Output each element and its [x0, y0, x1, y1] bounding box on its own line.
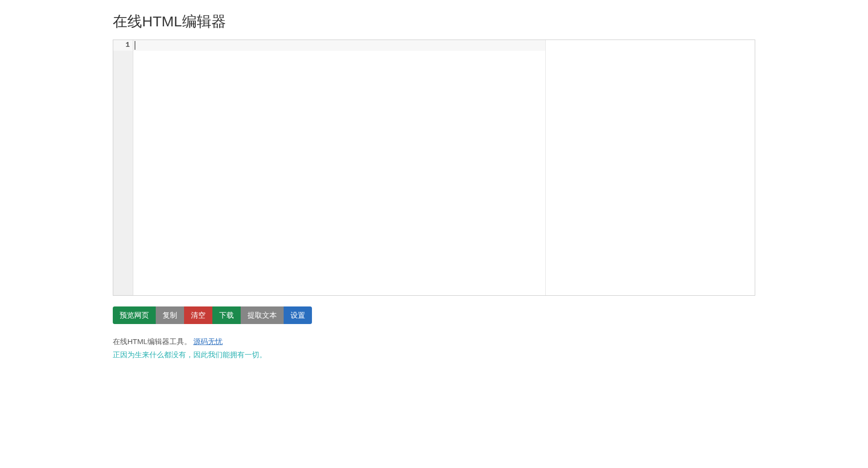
editor-line-1: 1 [113, 40, 545, 51]
download-button[interactable]: 下载 [212, 306, 241, 324]
cursor-icon [135, 41, 135, 50]
code-editor-pane: 1 [113, 40, 546, 295]
preview-button[interactable]: 预览网页 [113, 306, 156, 324]
gutter-column [113, 51, 133, 295]
line-number: 1 [113, 40, 133, 51]
footer-quote: 正因为生来什么都没有，因此我们能拥有一切。 [113, 350, 267, 359]
footer: 在线HTML编辑器工具。 源码无忧 正因为生来什么都没有，因此我们能拥有一切。 [113, 335, 755, 361]
footer-link[interactable]: 源码无忧 [193, 337, 223, 346]
footer-desc: 在线HTML编辑器工具。 [113, 337, 191, 346]
code-area[interactable] [133, 51, 545, 295]
editor-body [113, 51, 545, 295]
settings-button[interactable]: 设置 [284, 306, 312, 324]
editor-frame: 1 [113, 40, 755, 296]
clear-button[interactable]: 清空 [184, 306, 212, 324]
toolbar: 预览网页 复制 清空 下载 提取文本 设置 [113, 306, 755, 324]
code-line[interactable] [133, 40, 545, 51]
page-title: 在线HTML编辑器 [113, 12, 755, 32]
preview-pane [546, 40, 755, 295]
extract-text-button[interactable]: 提取文本 [241, 306, 284, 324]
code-textarea[interactable] [133, 51, 545, 295]
app-container: 在线HTML编辑器 1 预览网页 复制 清空 下载 提取文本 设置 在线 [113, 0, 755, 361]
copy-button[interactable]: 复制 [156, 306, 184, 324]
